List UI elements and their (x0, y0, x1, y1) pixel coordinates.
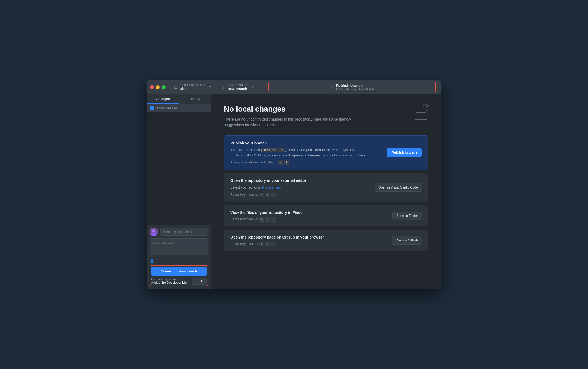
github-shortcut-g: G (271, 242, 276, 246)
commit-button[interactable]: Commit to new-branch (151, 267, 207, 276)
svg-point-1 (152, 229, 155, 233)
main-panel: No local changes There are no uncommitte… (211, 94, 441, 289)
view-github-title: Open the repository page on GitHub in yo… (230, 235, 369, 239)
publish-branch-card-content: Publish your branch The current branch (… (231, 141, 370, 164)
traffic-lights (150, 85, 166, 89)
view-github-button[interactable]: View on GitHub (392, 236, 422, 245)
shortcut-key-cmd: ⌘ (278, 160, 284, 165)
show-finder-title: View the files of your repository in Fin… (230, 210, 369, 215)
changed-files-count: 0 changed files (156, 106, 178, 110)
editor-shortcut: Repository menu or ⌘ ⇧ A (230, 193, 369, 197)
sidebar-tabs: Changes History (147, 94, 211, 104)
commit-branch: new-branch (177, 269, 197, 273)
summary-input[interactable] (160, 228, 208, 236)
publish-shortcut-text: Always available in the toolbar or (231, 160, 277, 164)
description-input[interactable] (150, 238, 208, 255)
shortcut-key-p: P (284, 160, 289, 165)
co-author-row[interactable]: 👤+ (150, 259, 208, 263)
select-all-checkbox[interactable]: ✓ (150, 106, 154, 110)
publish-branch-subtitle: Publish this branch to GitHub (336, 88, 374, 91)
main-content: Changes History ✓ 0 changed files (147, 94, 441, 289)
open-editor-card: Open the repository in your external edi… (224, 173, 428, 202)
show-finder-card-content: View the files of your repository in Fin… (230, 210, 369, 221)
no-changes-desc: There are no uncommitted changes in this… (224, 117, 363, 128)
view-github-card: Open the repository page on GitHub in yo… (224, 230, 428, 251)
editor-shortcut-shift: ⇧ (265, 193, 270, 197)
commit-button-wrapper: Commit to new-branch Committed just now … (150, 265, 208, 286)
svg-rect-4 (416, 112, 426, 113)
github-shortcut-cmd: ⌘ (259, 242, 264, 246)
github-shortcut-shift: ⇧ (265, 242, 270, 246)
publish-branch-card-title: Publish your branch (231, 141, 370, 145)
editor-desc-prefix: Select your editor in (230, 185, 262, 189)
editor-shortcut-cmd: ⌘ (259, 193, 264, 197)
editor-shortcut-a: A (271, 193, 276, 197)
tab-changes[interactable]: Changes (147, 94, 179, 104)
publish-shortcut: Always available in the toolbar or ⌘ P (231, 160, 370, 164)
preferences-link[interactable]: Preferences (262, 185, 281, 189)
show-finder-button[interactable]: Show in Finder (392, 212, 422, 220)
changed-files-bar: ✓ 0 changed files (147, 104, 211, 113)
undo-button[interactable]: Undo (192, 278, 207, 285)
finder-shortcut-cmd: ⌘ (259, 217, 264, 222)
repo-icon: ⊡ (174, 84, 178, 90)
app-window: ⊡ Current Repository abp ▼ ⑂ Current Bra… (147, 80, 441, 289)
upload-icon: ↑ (330, 84, 333, 90)
commit-author-row (150, 228, 208, 236)
finder-shortcut-shift: ⇧ (265, 217, 270, 222)
last-commit-message: Added the Developer List (151, 281, 187, 285)
commit-prefix: Commit to (161, 269, 178, 273)
current-branch-section[interactable]: ⑂ Current Branch new-branch ▼ (218, 80, 266, 94)
close-button[interactable] (150, 85, 154, 89)
svg-rect-5 (416, 114, 423, 114)
tab-history[interactable]: History (179, 94, 211, 104)
last-commit-info: Committed just now Added the Developer L… (151, 278, 187, 285)
branch-name: new-branch (228, 87, 248, 91)
minimize-button[interactable] (156, 85, 160, 89)
no-changes-illustration (410, 102, 431, 124)
maximize-button[interactable] (162, 85, 166, 89)
sidebar: Changes History ✓ 0 changed files (147, 94, 211, 289)
show-finder-card: View the files of your repository in Fin… (224, 205, 428, 226)
last-commit-time: Committed just now (151, 278, 187, 281)
branch-chevron-icon: ▼ (251, 86, 254, 89)
publish-desc-prefix: The current branch ( (231, 148, 262, 152)
branch-icon: ⑂ (222, 85, 225, 90)
no-changes-section: No local changes There are no uncommitte… (224, 105, 428, 128)
branch-label: Current Branch (228, 83, 248, 87)
sidebar-file-list (147, 113, 211, 225)
open-editor-desc: Select your editor in Preferences (230, 185, 369, 190)
no-changes-title: No local changes (224, 105, 428, 113)
editor-shortcut-text: Repository menu or (230, 193, 258, 197)
title-bar: ⊡ Current Repository abp ▼ ⑂ Current Bra… (147, 80, 441, 94)
finder-shortcut-f: F (271, 217, 276, 222)
publish-branch-header[interactable]: ↑ Publish branch Publish this branch to … (268, 82, 436, 92)
add-coauthor-icon: 👤+ (150, 259, 156, 263)
branch-text: Current Branch new-branch (228, 83, 248, 91)
github-shortcut: Repository menu or ⌘ ⇧ G (230, 242, 369, 246)
repo-chevron-icon: ▼ (209, 86, 211, 89)
publish-branch-card-desc: The current branch (new-branch) hasn't b… (231, 147, 370, 158)
avatar (150, 228, 158, 236)
publish-branch-title: Publish branch (336, 83, 374, 88)
github-shortcut-text: Repository menu or (230, 242, 258, 246)
current-repo-section[interactable]: ⊡ Current Repository abp ▼ (170, 80, 218, 94)
title-bar-sections: ⊡ Current Repository abp ▼ ⑂ Current Bra… (170, 80, 438, 94)
publish-branch-button[interactable]: Publish branch (387, 148, 422, 157)
avatar-svg (150, 228, 158, 236)
last-commit-row: Committed just now Added the Developer L… (151, 278, 207, 285)
repo-label: Current Repository (180, 83, 205, 87)
finder-shortcut-text: Repository menu or (230, 217, 258, 221)
branch-tag: new-branch (262, 148, 285, 152)
publish-text: Publish branch Publish this branch to Gi… (336, 83, 374, 91)
repo-text: Current Repository abp (180, 83, 205, 91)
sidebar-commit-area: 👤+ Commit to new-branch Committed just n… (147, 225, 211, 289)
finder-shortcut: Repository menu or ⌘ ⇧ F (230, 217, 369, 221)
repo-name: abp (180, 87, 205, 91)
publish-branch-card: Publish your branch The current branch (… (224, 135, 428, 170)
view-github-card-content: Open the repository page on GitHub in yo… (230, 235, 369, 246)
open-editor-button[interactable]: Open in Visual Studio Code (375, 183, 422, 192)
open-editor-title: Open the repository in your external edi… (230, 178, 369, 183)
open-editor-card-content: Open the repository in your external edi… (230, 178, 369, 197)
illustration (410, 102, 431, 125)
